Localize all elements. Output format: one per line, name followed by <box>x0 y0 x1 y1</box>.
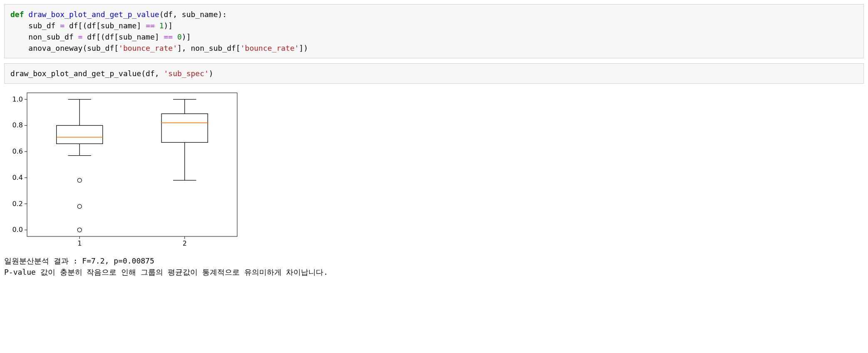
num-1: 1 <box>159 21 164 30</box>
svg-rect-0 <box>27 93 237 236</box>
svg-text:1: 1 <box>77 239 82 247</box>
op-eq-1: = <box>60 21 64 30</box>
svg-point-25 <box>77 228 82 232</box>
svg-text:0.4: 0.4 <box>12 174 23 181</box>
boxplot-svg: 0.00.20.40.60.81.012 <box>4 89 241 251</box>
function-name: draw_box_plot_and_get_p_value <box>28 10 159 19</box>
code-line-3b: df[(df[sub_name] <box>82 32 164 41</box>
svg-text:0.2: 0.2 <box>12 200 23 208</box>
boxplot-output: 0.00.20.40.60.81.012 <box>4 89 864 253</box>
code-cell-1: def draw_box_plot_and_get_p_value(df, su… <box>4 4 864 58</box>
space-1 <box>155 21 159 30</box>
code-line-3a: non_sub_df <box>10 32 78 41</box>
params: (df, sub_name): <box>159 10 227 19</box>
anova-result-line: 일원분산분석 결과 : F=7.2, p=0.00875 <box>4 256 154 265</box>
svg-text:0.6: 0.6 <box>12 147 23 155</box>
space-2 <box>173 32 177 41</box>
str-bounce-2: 'bounce_rate' <box>241 44 299 52</box>
svg-text:1.0: 1.0 <box>12 95 23 103</box>
op-eqeq-2: == <box>164 32 173 41</box>
code-cell-2: draw_box_plot_and_get_p_value(df, 'sub_s… <box>4 63 864 84</box>
svg-rect-21 <box>57 125 103 144</box>
svg-text:2: 2 <box>183 239 187 247</box>
pvalue-interpretation-line: P-value 값이 충분히 작음으로 인해 그룹의 평균값이 통계적으로 유의… <box>4 268 328 276</box>
code-line-2b: df[(df[sub_name] <box>64 21 146 30</box>
code-line-2c: )] <box>164 21 173 30</box>
op-eq-2: = <box>78 32 83 41</box>
svg-rect-30 <box>161 114 208 142</box>
svg-point-24 <box>77 204 82 209</box>
code-line-2a: sub_df <box>10 21 60 30</box>
svg-point-23 <box>77 178 82 182</box>
code-line-4a: anova_oneway(sub_df[ <box>10 44 119 52</box>
svg-text:0.8: 0.8 <box>12 121 23 129</box>
call-arg-str: 'sub_spec' <box>164 69 208 78</box>
code-line-4b: ], non_sub_df[ <box>177 44 241 52</box>
output-text: 일원분산분석 결과 : F=7.2, p=0.00875 P-value 값이 … <box>4 255 864 278</box>
str-bounce-1: 'bounce_rate' <box>119 44 177 52</box>
call-b: ) <box>209 69 213 78</box>
num-0: 0 <box>177 32 182 41</box>
code-line-3c: )] <box>182 32 191 41</box>
op-eqeq-1: == <box>146 21 155 30</box>
keyword-def: def <box>10 10 24 19</box>
call-a: draw_box_plot_and_get_p_value(df, <box>10 69 164 78</box>
code-line-4c: ]) <box>299 44 308 52</box>
svg-text:0.0: 0.0 <box>12 226 23 234</box>
